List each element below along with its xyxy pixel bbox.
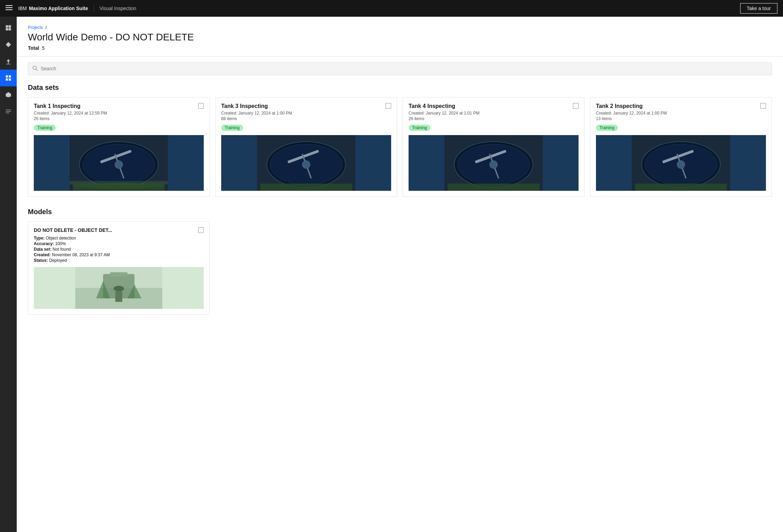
dataset-card-2-image (221, 135, 391, 191)
dataset-card-1-items: 26 items (34, 116, 204, 121)
svg-point-44 (490, 161, 498, 169)
svg-rect-2 (6, 9, 13, 10)
model-card-1-checkbox[interactable] (198, 227, 204, 233)
maximo-label: Maximo Application Suite (29, 6, 88, 11)
svg-marker-8 (7, 59, 10, 64)
dataset-card-2-title: Tank 3 Inspecting (221, 103, 391, 109)
datasets-section-title: Data sets (28, 84, 772, 92)
breadcrumb-parent[interactable]: Projects (28, 25, 43, 30)
model-card-1[interactable]: DO NOT DELETE - OBJECT DET... Type: Obje… (28, 221, 210, 315)
dataset-card-4-badge: Training (596, 125, 618, 131)
model-dataset: Data set: Not found (34, 247, 204, 252)
dataset-card-4-checkbox[interactable] (760, 103, 766, 109)
svg-rect-12 (6, 78, 8, 80)
dataset-card-3-badge: Training (409, 125, 431, 131)
dataset-card-1-image (34, 135, 204, 191)
svg-marker-14 (6, 92, 11, 97)
page-total: Total 5 (28, 45, 772, 51)
dataset-card-3-checkbox[interactable] (573, 103, 579, 109)
sidebar-item-diamond[interactable] (0, 36, 17, 53)
breadcrumb: Projects / (28, 25, 772, 30)
svg-rect-1 (6, 7, 13, 8)
model-type: Type: Object detection (34, 236, 204, 241)
hamburger-menu-icon[interactable] (6, 4, 13, 13)
svg-rect-5 (6, 28, 8, 31)
svg-rect-58 (115, 291, 122, 302)
dataset-card-1-badge: Training (34, 125, 56, 131)
dataset-card-3-image (409, 135, 579, 191)
svg-point-18 (33, 66, 37, 69)
dataset-card-4[interactable]: Tank 2 Inspecting Created: January 12, 2… (590, 97, 772, 197)
search-input[interactable] (41, 66, 767, 71)
svg-rect-15 (6, 110, 11, 110)
model-accuracy: Accuracy: 100% (34, 241, 204, 246)
svg-rect-6 (9, 28, 11, 31)
svg-rect-11 (9, 76, 11, 78)
dataset-card-1-title: Tank 1 Inspecting (34, 103, 204, 109)
svg-rect-53 (635, 183, 727, 191)
svg-rect-13 (9, 78, 11, 80)
svg-rect-57 (110, 272, 127, 276)
svg-rect-4 (9, 25, 11, 28)
dataset-card-2-badge: Training (221, 125, 243, 131)
dataset-card-4-items: 13 items (596, 116, 766, 121)
svg-rect-17 (6, 113, 9, 113)
sidebar-item-reports[interactable] (0, 103, 17, 120)
take-tour-button[interactable]: Take a tour (740, 3, 777, 14)
svg-rect-0 (6, 5, 13, 6)
search-bar[interactable] (28, 62, 772, 75)
dataset-card-3[interactable]: Tank 4 Inspecting Created: January 12, 2… (403, 97, 584, 197)
datasets-section: Data sets Tank 1 Inspecting Created: Jan… (28, 84, 772, 197)
sidebar-item-grid[interactable] (0, 19, 17, 36)
brand-logo: IBM Maximo Application Suite (18, 6, 88, 11)
product-label: Visual Inspection (100, 6, 137, 11)
model-created: Created: November 08, 2023 at 9:37 AM (34, 252, 204, 257)
model-card-1-title: DO NOT DELETE - OBJECT DET... (34, 227, 204, 233)
dataset-card-1-created: Created: January 12, 2024 at 12:59 PM (34, 111, 204, 116)
dataset-card-3-created: Created: January 12, 2024 at 1:01 PM (409, 111, 579, 116)
sidebar-item-models[interactable] (0, 86, 17, 103)
main-content: Projects / World Wide Demo - DO NOT DELE… (17, 17, 783, 532)
svg-rect-10 (6, 76, 8, 78)
svg-point-59 (114, 286, 124, 291)
models-section-title: Models (28, 208, 772, 216)
svg-rect-9 (6, 64, 11, 64)
dataset-card-2-items: 88 items (221, 116, 391, 121)
svg-marker-7 (6, 42, 11, 47)
sidebar-item-datasets[interactable] (0, 70, 17, 86)
section-divider (17, 56, 783, 57)
sidebar-item-upload[interactable] (0, 53, 17, 70)
svg-rect-29 (70, 181, 168, 184)
dataset-card-3-title: Tank 4 Inspecting (409, 103, 579, 109)
dataset-card-2-checkbox[interactable] (386, 103, 391, 109)
ibm-label: IBM (18, 6, 27, 11)
dataset-card-2-created: Created: January 12, 2024 at 1:00 PM (221, 111, 391, 116)
page-title: World Wide Demo - DO NOT DELETE (28, 31, 772, 43)
dataset-card-4-image (596, 135, 766, 191)
svg-rect-3 (6, 25, 8, 28)
models-grid: DO NOT DELETE - OBJECT DET... Type: Obje… (28, 221, 772, 315)
svg-rect-45 (448, 183, 540, 191)
dataset-card-4-title: Tank 2 Inspecting (596, 103, 766, 109)
breadcrumb-separator: / (46, 25, 47, 30)
dataset-card-2[interactable]: Tank 3 Inspecting Created: January 12, 2… (215, 97, 397, 197)
dataset-card-4-created: Created: January 12, 2024 at 1:00 PM (596, 111, 766, 116)
model-card-1-image (34, 267, 204, 309)
svg-point-26 (115, 161, 123, 169)
svg-rect-16 (6, 111, 11, 111)
model-status: Status: Deployed (34, 258, 204, 263)
svg-point-36 (302, 161, 310, 169)
dataset-card-1[interactable]: Tank 1 Inspecting Created: January 12, 2… (28, 97, 210, 197)
svg-line-19 (36, 69, 38, 71)
sidebar (0, 17, 17, 532)
svg-rect-28 (73, 183, 165, 191)
dataset-card-3-items: 26 items (409, 116, 579, 121)
top-navigation: IBM Maximo Application Suite Visual Insp… (0, 0, 783, 17)
models-section: Models DO NOT DELETE - OBJECT DET... Typ… (28, 208, 772, 315)
dataset-card-1-checkbox[interactable] (198, 103, 204, 109)
svg-point-52 (677, 161, 685, 169)
nav-divider (94, 5, 94, 12)
svg-rect-37 (260, 183, 352, 191)
datasets-grid: Tank 1 Inspecting Created: January 12, 2… (28, 97, 772, 197)
search-icon (32, 65, 38, 72)
